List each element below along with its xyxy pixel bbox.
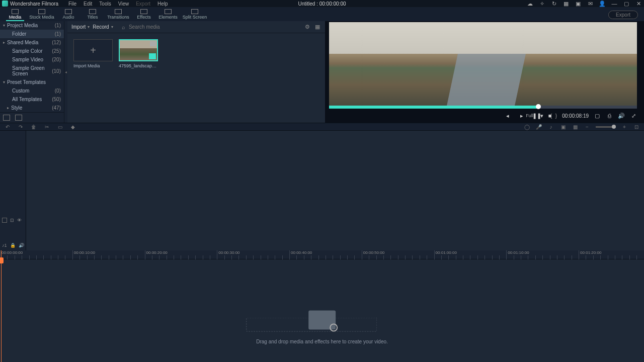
minimize-icon[interactable]: — [611,0,618,7]
menu-edit[interactable]: Edit [84,1,92,7]
menu-export: Export [136,1,150,7]
user-icon[interactable]: 👤 [599,0,606,7]
export-button[interactable]: Export [608,11,638,19]
zoom-fit-icon[interactable]: ⊡ [633,123,640,130]
fullscreen-icon[interactable]: ⤢ [630,113,637,119]
document-title: Untitled : 00:00:00:00 [298,1,346,7]
track-head-video[interactable]: ⊡👁 [0,215,26,225]
menu-view[interactable]: View [118,1,129,7]
sidebar-item-sample-green-screen[interactable]: Sample Green Screen(10) [0,64,64,78]
sidebar-item-sample-color[interactable]: Sample Color(25) [0,47,64,55]
sidebar-item-all-templates[interactable]: All Templates(50) [0,95,64,104]
render-icon[interactable]: ▣ [559,123,567,130]
tab-effects[interactable]: Effects [132,7,156,21]
preview-canvas[interactable] [329,22,637,106]
tab-transitions[interactable]: Transitions [105,7,132,21]
sidebar-item-folder[interactable]: Folder(1) [0,30,64,38]
mail-icon[interactable]: ✉ [587,0,594,7]
display-icon[interactable]: ▢ [594,113,601,119]
prev-frame-icon[interactable]: ◂ [504,113,511,119]
layout-icon[interactable]: ▣ [575,0,582,7]
timeline-ruler[interactable]: 00:00:00:0000:00:10:0000:00:20:0000:00:3… [0,250,644,259]
close-icon[interactable]: ✕ [635,0,642,7]
sidebar-item-preset-templates[interactable]: ▾Preset Templates [0,78,64,86]
tab-split-screen[interactable]: Split Screen [180,7,209,21]
menu-file[interactable]: File [68,1,76,7]
sync-icon[interactable]: ↻ [550,0,557,7]
pause-icon[interactable]: ❚❚ [532,113,539,119]
stop-icon[interactable]: ■ [546,113,553,119]
mixer-icon[interactable]: ◯ [523,123,530,130]
menu-help[interactable]: Help [157,1,168,7]
import-media-card[interactable]: + Import Media [73,39,113,68]
undo-icon[interactable]: ↶ [4,123,11,130]
drop-hint-text: Drag and drop media and effects here to … [256,339,388,344]
media-clip-card[interactable]: 47595_landscape_of_... [119,39,158,68]
tab-audio[interactable]: Audio [56,7,80,21]
folder-icon[interactable] [15,115,22,121]
new-folder-icon[interactable] [3,115,10,121]
search-icon: ⌕ [120,24,127,31]
grid-icon[interactable]: ▦ [562,0,570,7]
sidebar-item-sample-video[interactable]: Sample Video(20) [0,55,64,64]
volume-icon[interactable]: 🔊 [618,113,625,119]
zoom-in-icon[interactable]: + [621,123,628,130]
redo-icon[interactable]: ↷ [17,123,24,130]
mark-out-icon[interactable]: } [555,113,557,119]
tab-titles[interactable]: Titles [80,7,105,21]
audio-icon[interactable]: ♪ [547,123,554,130]
zoom-out-icon[interactable]: − [584,123,591,130]
ruler-tick: 00:00:50:00 [362,250,384,259]
import-dropdown[interactable]: Import [71,24,90,30]
delete-icon[interactable]: 🗑 [30,123,37,130]
voiceover-icon[interactable]: 🎤 [535,123,542,130]
sidebar-item-project-media[interactable]: ▾Project Media(1) [0,21,64,30]
menu-tools[interactable]: Tools [99,1,111,7]
sparkle-icon[interactable]: ✧ [538,0,545,7]
drop-target-icon[interactable] [308,311,336,330]
ruler-tick: 00:01:00:00 [434,250,457,259]
cloud-icon[interactable]: ☁ [526,0,533,7]
playhead[interactable] [1,250,2,362]
snap-icon[interactable]: ▦ [572,123,579,130]
preview-timecode: 00:00:08:19 [562,113,589,119]
marker-icon[interactable]: ◆ [69,123,76,130]
sidebar-item-shared-media[interactable]: ▸Shared Media(12) [0,38,64,47]
split-icon[interactable]: ✂ [43,123,50,130]
ruler-tick: 00:01:20:00 [579,250,601,259]
snapshot-icon[interactable]: ⎙ [606,113,613,119]
plus-icon: + [73,39,113,61]
record-dropdown[interactable]: Record [93,24,113,30]
crop-icon[interactable]: ▭ [56,123,63,130]
ruler-tick: 00:00:40:00 [289,250,312,259]
app-logo [2,1,8,7]
play-icon[interactable]: ▸ [518,113,525,119]
view-grid-icon[interactable]: ▦ [314,24,321,31]
zoom-slider[interactable] [596,126,616,128]
ruler-tick: 00:00:20:00 [145,250,168,259]
ruler-tick: 00:00:30:00 [217,250,239,259]
tab-media[interactable]: Media [3,7,27,21]
filter-icon[interactable]: ⚙ [304,24,311,31]
sidebar-item-custom[interactable]: Custom(0) [0,86,64,95]
tab-elements[interactable]: Elements [156,7,180,21]
maximize-icon[interactable]: ▢ [623,0,630,7]
track-head-audio[interactable]: ♪1🔒🔊 [0,240,26,250]
ruler-tick: 00:00:10:00 [72,250,95,259]
clip-thumbnail [119,39,158,61]
tab-stock-media[interactable]: Stock Media [27,7,56,21]
search-input[interactable] [129,24,301,30]
sidebar-item-style[interactable]: ▸Style(47) [0,104,64,112]
ruler-tick: 00:01:10:00 [506,250,529,259]
app-name: Wondershare Filmora [10,1,58,7]
